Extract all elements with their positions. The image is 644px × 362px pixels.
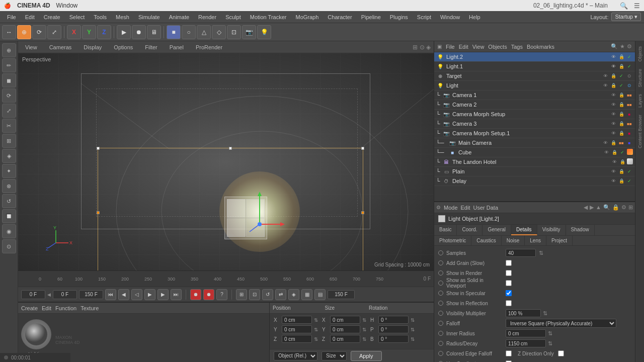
apply-button[interactable]: Apply: [351, 351, 382, 361]
menu-create[interactable]: Create: [40, 13, 64, 21]
rot-p-arrow[interactable]: ⇅: [411, 327, 415, 332]
far-right-structure[interactable]: Structure: [636, 66, 643, 90]
attr-innerradius-input[interactable]: [506, 329, 546, 337]
obj-item-camera2[interactable]: └ 📷 Camera 2 👁 🔒 ■■: [434, 100, 635, 110]
sidebar-btn-7[interactable]: ⊞: [2, 134, 16, 148]
menu-edit[interactable]: Edit: [21, 13, 39, 21]
obj-item-plain[interactable]: └ ▭ Plain 👁 🔒 ✓: [434, 167, 635, 176]
obj-ctrl-lock[interactable]: 🔒: [618, 120, 625, 127]
attr-tab-general[interactable]: General: [482, 225, 511, 235]
attr-tab-photometric[interactable]: Photometric: [434, 236, 471, 245]
obj-ctrl-lock[interactable]: 🔒: [618, 53, 625, 60]
menu-motion-tracker[interactable]: Motion Tracker: [246, 13, 291, 21]
attr-radiusdecay-stepper[interactable]: ⇅: [548, 340, 552, 347]
rot-h-input[interactable]: [378, 316, 409, 324]
attr-solid-check[interactable]: [506, 280, 512, 286]
pb-snap[interactable]: ⊞: [236, 289, 247, 300]
obj-ctrl-lock[interactable]: 🔒: [618, 101, 625, 108]
pb-loop[interactable]: ↺: [262, 289, 273, 300]
viewport-canvas[interactable]: Perspective: [18, 53, 434, 270]
obj-ctrl-eye[interactable]: 👁: [610, 177, 617, 185]
obj-ctrl-eye[interactable]: 👁: [610, 111, 617, 118]
attr-specular-check[interactable]: [506, 290, 512, 296]
far-right-layers[interactable]: Layers: [636, 91, 643, 111]
sidebar-btn-1[interactable]: ⊕: [2, 43, 16, 57]
tool-x[interactable]: X: [67, 25, 81, 39]
vp-tab-prorender[interactable]: ProRender: [192, 43, 226, 51]
attr-showinrender-check[interactable]: [506, 270, 512, 276]
tool-camera-obj[interactable]: 📷: [242, 25, 256, 39]
menu-animate[interactable]: Animate: [165, 13, 193, 21]
obj-ctrl-check[interactable]: ✓: [619, 149, 626, 156]
menu-mograph[interactable]: MoGraph: [291, 13, 323, 21]
obj-item-light[interactable]: 💡 Light 👁 🔒 ✓ ⊙: [434, 81, 635, 90]
menu-render[interactable]: Render: [194, 13, 220, 21]
pb-ping-pong[interactable]: ⇄: [275, 289, 286, 300]
attr-vismult-stepper[interactable]: ⇅: [543, 310, 547, 317]
obj-ctrl-eye[interactable]: 👁: [602, 139, 609, 146]
menu-character[interactable]: Character: [324, 13, 356, 21]
menu-window[interactable]: Window: [436, 13, 464, 21]
tool-record[interactable]: ⏺: [132, 25, 146, 39]
pb-next-frame[interactable]: ▶: [157, 289, 169, 300]
attr-addgrain-check[interactable]: [506, 260, 512, 266]
pb-record[interactable]: ⏺: [190, 289, 201, 300]
tool-nurbs[interactable]: ◇: [212, 25, 226, 39]
tool-select[interactable]: ⊕: [17, 25, 31, 39]
menu-pipeline[interactable]: Pipeline: [357, 13, 385, 21]
attr-innerradius-stepper[interactable]: ⇅: [548, 330, 552, 337]
pos-z-arrow[interactable]: ⇅: [314, 336, 318, 342]
sidebar-btn-9[interactable]: ✦: [2, 164, 16, 178]
obj-ctrl-check[interactable]: ✓: [618, 72, 625, 79]
menu-icon[interactable]: ☰: [634, 2, 640, 10]
window-menu[interactable]: Window: [56, 2, 78, 9]
tool-play[interactable]: ▶: [117, 25, 131, 39]
pos-y-arrow[interactable]: ⇅: [314, 327, 318, 332]
pos-x-arrow[interactable]: ⇅: [314, 317, 318, 323]
vp-tab-panel[interactable]: Panel: [166, 43, 188, 51]
attr-lock-icon[interactable]: 🔒: [612, 204, 619, 211]
size-z-arrow[interactable]: ⇅: [362, 336, 366, 342]
obj-view-tab[interactable]: View: [472, 44, 485, 50]
pb-play-back[interactable]: ◁: [131, 289, 142, 300]
obj-objects-tab[interactable]: Objects: [488, 44, 507, 50]
size-y-input[interactable]: [330, 325, 360, 333]
obj-ctrl-lock[interactable]: 🔒: [618, 92, 625, 99]
pb-to-start[interactable]: ⏮: [105, 289, 116, 300]
obj-item-cmorph[interactable]: └ 📷 Camera Morph Setup 👁 🔒 ■: [434, 110, 635, 119]
obj-ctrl-lock[interactable]: 🔒: [618, 111, 625, 118]
sidebar-btn-2[interactable]: ✏: [2, 58, 16, 72]
obj-item-light1[interactable]: 💡 Light.1 👁 🔒 ✓: [434, 62, 635, 71]
obj-ctrl-lock[interactable]: 🔒: [610, 139, 617, 146]
obj-ctrl-check[interactable]: ✓: [626, 177, 633, 185]
attr-fwd-icon[interactable]: ▶: [590, 204, 594, 211]
obj-ctrl-eye[interactable]: 👁: [610, 92, 617, 99]
obj-ctrl-lock[interactable]: 🔒: [618, 130, 625, 137]
rot-b-arrow[interactable]: ⇅: [411, 336, 415, 342]
pb-extra[interactable]: ▤: [314, 289, 326, 300]
attr-tab-lens[interactable]: Lens: [525, 236, 546, 245]
sidebar-btn-5[interactable]: ⤢: [2, 104, 16, 118]
tool-render[interactable]: 🖥: [147, 25, 161, 39]
obj-ctrl-lock[interactable]: 🔒: [611, 149, 618, 156]
pb-fps[interactable]: [328, 290, 355, 299]
rot-h-arrow[interactable]: ⇅: [411, 317, 415, 323]
tool-y[interactable]: Y: [82, 25, 96, 39]
menu-select[interactable]: Select: [65, 13, 89, 21]
tool-scale[interactable]: ⤢: [47, 25, 61, 39]
menu-mesh[interactable]: Mesh: [112, 13, 133, 21]
layout-value[interactable]: Startup ▾: [611, 13, 641, 21]
pb-question[interactable]: ?: [216, 289, 227, 300]
rot-b-input[interactable]: [378, 335, 409, 343]
obj-search-icon[interactable]: 🔍: [611, 43, 618, 50]
tool-cone[interactable]: △: [197, 25, 211, 39]
sidebar-btn-4[interactable]: ⟳: [2, 88, 16, 103]
obj-item-cmorph1[interactable]: └ 📷 Camera Morph Setup.1 👁 🔒 ■: [434, 129, 635, 138]
pos-x-input[interactable]: [282, 316, 312, 324]
pb-snap2[interactable]: ⊡: [249, 289, 260, 300]
pb-frame-end[interactable]: [79, 290, 103, 299]
obj-item-cube[interactable]: └─ ■ Cube 👁 🔒 ✓: [434, 148, 635, 157]
pos-z-input[interactable]: [282, 335, 312, 343]
tool-light-obj[interactable]: 💡: [257, 25, 271, 39]
attr-up-icon[interactable]: ▲: [596, 204, 601, 211]
